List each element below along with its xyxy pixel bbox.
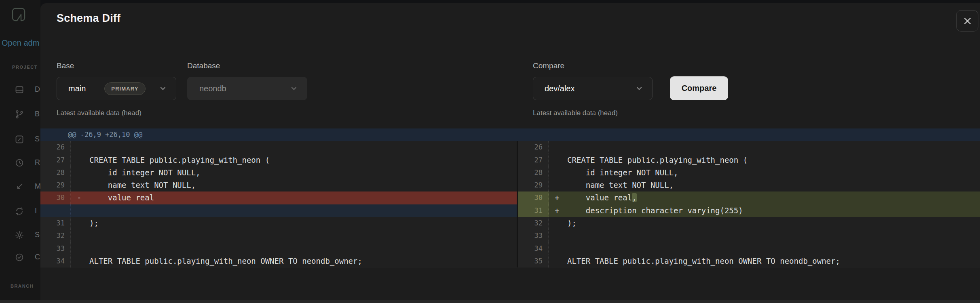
- branch-icon: [15, 109, 24, 119]
- line-number: 30: [518, 191, 549, 204]
- sidebar-item-label: M: [35, 182, 40, 192]
- sidebar-item-label: S: [35, 231, 40, 240]
- diff-marker: +: [555, 204, 567, 217]
- chevron-down-icon: [159, 84, 167, 93]
- line-number: 26: [40, 141, 71, 154]
- settings-icon: [15, 230, 24, 240]
- diff-row: 29 name text NOT NULL,: [40, 179, 517, 191]
- bottom-strip: [0, 300, 980, 303]
- sidebar-item-settings[interactable]: S: [0, 230, 40, 242]
- diff-marker: -: [77, 191, 89, 204]
- base-label: Base: [57, 61, 74, 70]
- database-label: Database: [187, 61, 220, 70]
- diff-row: 27CREATE TABLE public.playing_with_neon …: [518, 154, 980, 166]
- code-line: );: [549, 217, 980, 229]
- primary-badge: PRIMARY: [104, 82, 145, 95]
- diff-row: 34ALTER TABLE public.playing_with_neon O…: [40, 255, 517, 267]
- code-line: );: [71, 217, 517, 229]
- line-number: 29: [518, 179, 549, 191]
- line-number: 33: [518, 229, 549, 242]
- code-line: + description character varying(255): [549, 204, 980, 217]
- code-line: id integer NOT NULL,: [549, 166, 980, 179]
- compare-branch-value: dev/alex: [545, 84, 575, 93]
- line-number: 26: [518, 141, 549, 154]
- hunk-header: @@ -26,9 +26,10 @@: [40, 128, 980, 141]
- code-line: ALTER TABLE public.playing_with_neon OWN…: [549, 255, 980, 267]
- sidebar-item-integrations[interactable]: I: [0, 206, 40, 218]
- sidebar-item-sql-editor[interactable]: S: [0, 135, 40, 146]
- sidebar-item-dashboard[interactable]: D: [0, 85, 40, 96]
- code-line: + value real,: [549, 191, 980, 204]
- base-branch-select[interactable]: main PRIMARY: [57, 77, 176, 100]
- code-text: id integer NOT NULL,: [89, 168, 201, 177]
- code-text: CREATE TABLE public.playing_with_neon (: [89, 156, 270, 164]
- line-number: 31: [40, 217, 71, 229]
- code-line: name text NOT NULL,: [71, 179, 517, 191]
- code-text: ALTER TABLE public.playing_with_neon OWN…: [567, 257, 840, 265]
- integrations-icon: [15, 206, 24, 216]
- diff-marker: +: [555, 191, 567, 204]
- compare-label: Compare: [533, 61, 564, 70]
- chevron-down-icon: [635, 84, 643, 93]
- diff-right-pane[interactable]: 2627CREATE TABLE public.playing_with_neo…: [518, 141, 980, 267]
- sidebar-item-label: C: [35, 253, 40, 263]
- compare-button[interactable]: Compare: [670, 76, 728, 100]
- chevron-down-icon: [290, 84, 298, 93]
- sidebar-item-branch[interactable]: B: [0, 109, 40, 121]
- line-number: 33: [40, 242, 71, 255]
- monitoring-icon: [15, 182, 24, 191]
- close-icon: [962, 16, 973, 26]
- diff-row: 28 id integer NOT NULL,: [518, 166, 980, 179]
- branch-section-label: BRANCH: [11, 284, 40, 288]
- code-line: ALTER TABLE public.playing_with_neon OWN…: [71, 255, 517, 267]
- line-number: 34: [518, 242, 549, 255]
- sidebar-item-monitoring[interactable]: M: [0, 182, 40, 193]
- sidebar-item-check-circle[interactable]: C: [0, 253, 40, 264]
- project-section-label: PROJECT: [12, 65, 40, 69]
- code-line: id integer NOT NULL,: [71, 166, 517, 179]
- code-line: [71, 204, 517, 217]
- diff-row: 29 name text NOT NULL,: [518, 179, 980, 191]
- code-text: name text NOT NULL,: [567, 181, 674, 189]
- diff-row: 35ALTER TABLE public.playing_with_neon O…: [518, 255, 980, 267]
- word-diff-highlight: ,: [632, 193, 636, 202]
- line-number: 29: [40, 179, 71, 191]
- open-admin-link[interactable]: Open adm: [2, 38, 40, 48]
- line-number: 28: [40, 166, 71, 179]
- base-branch-value: main: [68, 84, 86, 93]
- line-number: 28: [518, 166, 549, 179]
- code-line: [549, 141, 980, 154]
- code-text: );: [89, 219, 99, 227]
- line-number: 27: [40, 154, 71, 166]
- line-number: 27: [518, 154, 549, 166]
- line-number: 34: [40, 255, 71, 267]
- line-number: 32: [40, 229, 71, 242]
- dashboard-icon: [15, 85, 24, 95]
- database-value: neondb: [199, 84, 226, 93]
- code-line: - value real: [71, 191, 517, 204]
- database-select[interactable]: neondb: [187, 77, 307, 100]
- code-line: CREATE TABLE public.playing_with_neon (: [549, 154, 980, 166]
- diff-row: 28 id integer NOT NULL,: [40, 166, 517, 179]
- sidebar-item-label: B: [35, 110, 40, 120]
- compare-branch-select[interactable]: dev/alex: [533, 77, 653, 100]
- diff-row: 26: [518, 141, 980, 154]
- sidebar-item-label: R: [35, 158, 40, 168]
- code-line: [71, 229, 517, 242]
- code-line: CREATE TABLE public.playing_with_neon (: [71, 154, 517, 166]
- diff-row: 31+ description character varying(255): [518, 204, 980, 217]
- neon-logo-icon[interactable]: [9, 5, 28, 24]
- code-line: [549, 229, 980, 242]
- code-line: name text NOT NULL,: [549, 179, 980, 191]
- sidebar-item-restore[interactable]: R: [0, 158, 40, 169]
- compare-hint: Latest available data (head): [533, 109, 618, 117]
- close-button[interactable]: [956, 10, 978, 32]
- diff-row: 32: [40, 229, 517, 242]
- diff-left-pane[interactable]: 2627CREATE TABLE public.playing_with_neo…: [40, 141, 517, 267]
- sidebar-item-label: S: [35, 135, 40, 145]
- base-hint: Latest available data (head): [57, 109, 142, 117]
- sidebar: Open adm PROJECT DBSRMISC BRANCH: [0, 0, 40, 303]
- modal-title: Schema Diff: [57, 12, 120, 25]
- diff-row: 27CREATE TABLE public.playing_with_neon …: [40, 154, 517, 166]
- line-number: 30: [40, 191, 71, 204]
